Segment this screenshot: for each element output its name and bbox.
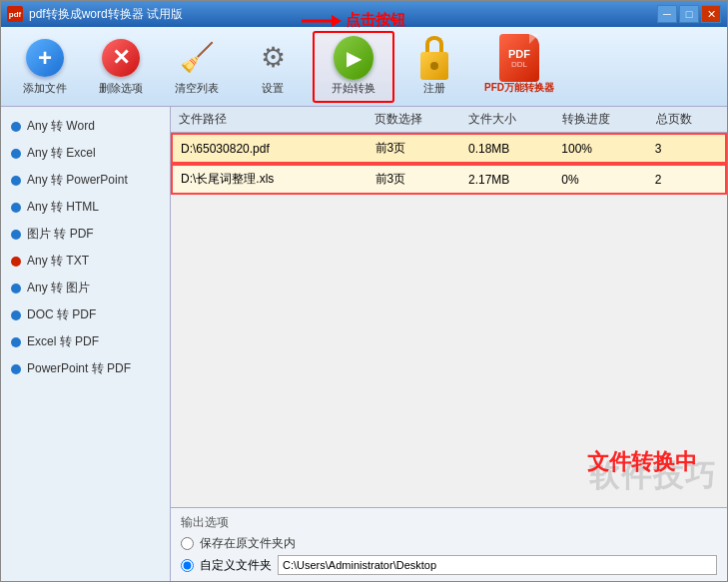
register-button[interactable]: 注册 <box>398 33 470 101</box>
sidebar-item-label: PowerPoint 转 PDF <box>27 360 131 377</box>
output-option-original: 保存在原文件夹内 <box>181 535 717 552</box>
converting-text: 文件转换中 <box>587 447 697 477</box>
clear-label: 清空列表 <box>175 81 219 96</box>
sidebar-item-powerpoint[interactable]: Any 转 PowerPoint <box>1 167 170 194</box>
sidebar-item-doc-to-pdf[interactable]: DOC 转 PDF <box>1 301 170 328</box>
col-pages-header: 页数选择 <box>374 111 468 128</box>
delete-label: 删除选项 <box>99 81 143 96</box>
sidebar: Any 转 Word Any 转 Excel Any 转 PowerPoint … <box>1 107 171 581</box>
delete-button[interactable]: ✕ 删除选项 <box>85 33 157 101</box>
start-icon: ▶ <box>334 38 373 78</box>
output-original-radio[interactable] <box>181 537 194 550</box>
svg-marker-1 <box>332 15 342 27</box>
register-label: 注册 <box>423 81 445 96</box>
file-table-body: D:\65030820.pdf 前3页 0.18MB 100% 3 D:\长尾词… <box>171 133 727 507</box>
add-icon: + <box>25 38 65 78</box>
maximize-button[interactable]: □ <box>679 5 699 23</box>
add-file-label: 添加文件 <box>23 81 67 96</box>
col-total-header: 总页数 <box>656 111 719 128</box>
col-size-header: 文件大小 <box>468 111 562 128</box>
file-size-2: 2.17MB <box>468 173 561 187</box>
dot-icon <box>11 257 21 267</box>
output-section: 输出选项 保存在原文件夹内 自定义文件夹 <box>171 507 727 581</box>
file-path-2: D:\长尾词整理.xls <box>181 171 375 188</box>
file-path-1: D:\65030820.pdf <box>181 142 375 156</box>
sidebar-item-label: Any 转 Excel <box>27 145 96 162</box>
file-pages-2: 前3页 <box>375 171 468 188</box>
sidebar-item-label: Any 转 图片 <box>27 280 90 296</box>
dot-icon <box>11 337 21 347</box>
sidebar-item-excel-to-pdf[interactable]: Excel 转 PDF <box>1 328 170 355</box>
sidebar-item-label: 图片 转 PDF <box>27 226 94 243</box>
sidebar-item-label: Any 转 PowerPoint <box>27 172 128 189</box>
settings-label: 设置 <box>262 81 284 96</box>
sidebar-item-excel[interactable]: Any 转 Excel <box>1 140 170 167</box>
sidebar-item-label: Any 转 Word <box>27 118 95 135</box>
output-custom-label[interactable]: 自定义文件夹 <box>200 557 272 574</box>
table-header: 文件路径 页数选择 文件大小 转换进度 总页数 <box>171 107 727 133</box>
delete-icon: ✕ <box>101 38 141 78</box>
sidebar-item-label: DOC 转 PDF <box>27 306 96 323</box>
pdf-file-icon: PDF DDL <box>499 38 539 78</box>
minimize-button[interactable]: ─ <box>657 5 677 23</box>
start-label: 开始转换 <box>332 81 375 96</box>
dot-icon <box>11 122 21 132</box>
output-title: 输出选项 <box>181 514 717 531</box>
app-icon: pdf <box>7 6 23 22</box>
gear-icon: ⚙ <box>253 38 293 78</box>
close-button[interactable]: ✕ <box>701 5 721 23</box>
file-pages-1: 前3页 <box>375 140 468 157</box>
dot-icon <box>11 284 21 293</box>
toolbar: + 添加文件 ✕ 删除选项 🧹 清空列表 ⚙ 设置 <box>1 27 727 107</box>
sidebar-item-label: Excel 转 PDF <box>27 333 99 350</box>
col-path-header: 文件路径 <box>179 111 374 128</box>
sidebar-item-image-to-pdf[interactable]: 图片 转 PDF <box>1 221 170 248</box>
pfd-converter-button[interactable]: PDF DDL PFD万能转换器 <box>474 33 564 101</box>
file-total-2: 2 <box>655 173 717 187</box>
click-hint-annotation: 点击按钮 <box>302 11 405 31</box>
sidebar-item-ppt-to-pdf[interactable]: PowerPoint 转 PDF <box>1 355 170 382</box>
sidebar-item-txt[interactable]: Any 转 TXT <box>1 248 170 275</box>
output-option-custom: 自定义文件夹 <box>181 555 717 575</box>
file-progress-1: 100% <box>561 142 654 156</box>
sidebar-item-image[interactable]: Any 转 图片 <box>1 275 170 301</box>
output-path-input[interactable] <box>278 555 717 575</box>
table-row[interactable]: D:\长尾词整理.xls 前3页 2.17MB 0% 2 <box>171 164 727 195</box>
arrow-icon <box>302 11 342 31</box>
col-progress-header: 转换进度 <box>562 111 656 128</box>
file-progress-2: 0% <box>561 173 654 187</box>
dot-icon <box>11 310 21 320</box>
broom-icon: 🧹 <box>177 38 217 78</box>
lock-icon <box>414 38 454 78</box>
file-size-1: 0.18MB <box>468 142 561 156</box>
output-original-label[interactable]: 保存在原文件夹内 <box>200 535 296 552</box>
add-file-button[interactable]: + 添加文件 <box>9 33 81 101</box>
sidebar-item-label: Any 转 TXT <box>27 253 89 270</box>
titlebar-buttons: ─ □ ✕ <box>657 5 721 23</box>
table-row[interactable]: D:\65030820.pdf 前3页 0.18MB 100% 3 <box>171 133 727 164</box>
dot-icon <box>11 149 21 159</box>
file-area: 文件路径 页数选择 文件大小 转换进度 总页数 D:\65030820.pdf … <box>171 107 727 581</box>
sidebar-item-label: Any 转 HTML <box>27 199 99 216</box>
settings-button[interactable]: ⚙ 设置 <box>237 33 309 101</box>
output-custom-radio[interactable] <box>181 559 194 572</box>
dot-icon <box>11 176 21 186</box>
main-window: pdf pdf转换成word转换器 试用版 ─ □ ✕ + 添加文件 ✕ 删除选… <box>0 0 728 582</box>
main-content: Any 转 Word Any 转 Excel Any 转 PowerPoint … <box>1 107 727 581</box>
click-hint-text: 点击按钮 <box>346 11 405 30</box>
pfd-label: PFD万能转换器 <box>484 81 554 95</box>
dot-icon <box>11 364 21 374</box>
dot-icon <box>11 230 21 240</box>
dot-icon <box>11 203 21 213</box>
sidebar-item-html[interactable]: Any 转 HTML <box>1 194 170 221</box>
clear-list-button[interactable]: 🧹 清空列表 <box>161 33 233 101</box>
sidebar-item-word[interactable]: Any 转 Word <box>1 113 170 140</box>
file-total-1: 3 <box>655 142 717 156</box>
start-convert-button[interactable]: ▶ 开始转换 <box>313 31 394 103</box>
